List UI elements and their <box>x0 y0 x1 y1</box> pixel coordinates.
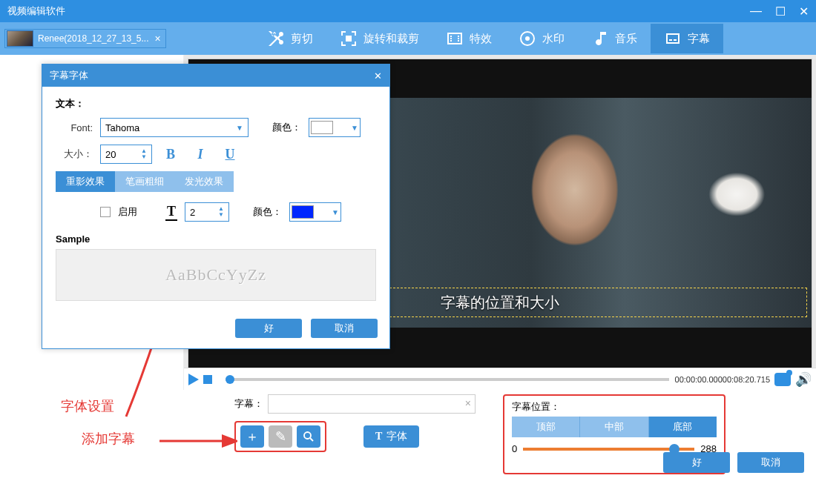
spinner-down-icon[interactable]: ▼ <box>141 154 147 160</box>
tab-cut[interactable]: 剪切 <box>254 24 326 53</box>
tab-subtitle[interactable]: 字幕 <box>651 24 723 53</box>
underline-button[interactable]: U <box>219 147 241 162</box>
edit-subtitle-button[interactable]: ✎ <box>269 425 292 448</box>
window-title: 视频编辑软件 <box>7 4 65 18</box>
clear-input-icon[interactable]: × <box>465 397 471 409</box>
bottom-controls: 字体设置 添加字幕 字幕： × ＋ ✎ <box>0 390 816 479</box>
dialog-close-icon[interactable]: ✕ <box>374 70 382 82</box>
subtitle-input-label: 字幕： <box>234 397 263 411</box>
italic-button[interactable]: I <box>189 147 211 162</box>
time-current: 00:00:00.000 <box>675 375 723 384</box>
file-thumb-icon <box>7 30 33 47</box>
effect-icon <box>446 30 464 47</box>
file-tab-label: Renee(2018_12_27_13_5... <box>38 33 148 44</box>
tab-cut-label: 剪切 <box>291 32 313 46</box>
watermark-icon <box>519 30 536 47</box>
tab-shadow[interactable]: 重影效果 <box>56 171 115 192</box>
ok-button[interactable]: 好 <box>663 452 730 473</box>
spinner-down-icon[interactable]: ▼ <box>218 212 224 218</box>
sample-text: AaBbCcYyZz <box>165 265 266 285</box>
size-label: 大小： <box>56 147 93 161</box>
dialog-title: 字幕字体 <box>50 69 88 82</box>
time-total: 00:08:20.715 <box>723 375 770 384</box>
font-combo[interactable]: Tahoma ▼ <box>100 118 249 137</box>
font-button-label: 字体 <box>386 430 407 443</box>
close-icon[interactable]: ✕ <box>799 4 809 19</box>
color-combo[interactable]: ▼ <box>309 118 361 137</box>
tab-rotate-label: 旋转和裁剪 <box>363 32 419 46</box>
text-section-label: 文本： <box>56 97 376 110</box>
annotation-arrow-2 <box>156 430 237 452</box>
font-button[interactable]: T 字体 <box>363 425 419 448</box>
font-t-icon: T <box>375 431 382 442</box>
enable-label: 启用 <box>118 205 137 219</box>
svg-point-2 <box>304 432 311 439</box>
color-swatch-white <box>311 121 333 134</box>
sample-preview: AaBbCcYyZz <box>56 249 376 301</box>
color-label: 颜色： <box>272 121 301 134</box>
tab-music-label: 音乐 <box>615 32 637 46</box>
sample-label: Sample <box>56 233 90 245</box>
bold-button[interactable]: B <box>159 147 182 162</box>
subtitle-input[interactable] <box>268 394 476 414</box>
position-bottom[interactable]: 底部 <box>649 417 717 437</box>
color2-combo[interactable]: ▼ <box>289 202 341 222</box>
position-min: 0 <box>512 443 517 454</box>
position-top[interactable]: 顶部 <box>512 417 579 437</box>
stop-icon[interactable] <box>203 375 212 384</box>
rotate-crop-icon <box>340 30 358 47</box>
stroke-spinner[interactable]: 2 ▲▼ <box>185 202 229 222</box>
font-dialog: 字幕字体 ✕ 文本： Font: Tahoma ▼ 颜色： ▼ 大小： 20 ▲… <box>42 64 390 349</box>
tab-watermark-label: 水印 <box>542 32 565 46</box>
maximize-icon[interactable]: ☐ <box>775 4 786 19</box>
svg-point-1 <box>525 36 530 41</box>
music-icon <box>591 30 609 47</box>
dialog-cancel-button[interactable]: 取消 <box>311 319 378 338</box>
position-label: 字幕位置： <box>512 400 717 414</box>
font-label: Font: <box>56 122 93 133</box>
tab-effect-label: 特效 <box>470 32 492 46</box>
color-swatch-blue <box>292 205 314 219</box>
tab-glow[interactable]: 发光效果 <box>174 171 234 192</box>
tab-music[interactable]: 音乐 <box>578 24 651 53</box>
search-icon <box>302 430 315 443</box>
annotation-add-subtitle: 添加字幕 <box>82 430 135 448</box>
annotation-font-setting: 字体设置 <box>61 397 114 415</box>
snapshot-icon[interactable] <box>774 373 791 386</box>
effect-tabs: 重影效果 笔画粗细 发光效果 <box>56 171 376 192</box>
dialog-titlebar[interactable]: 字幕字体 ✕ <box>42 64 389 87</box>
subtitle-icon <box>664 30 682 47</box>
subtitle-actions-box: ＋ ✎ <box>234 421 326 452</box>
tab-rotate[interactable]: 旋转和裁剪 <box>326 24 432 53</box>
chevron-down-icon: ▼ <box>332 208 339 216</box>
stroke-t-icon: T <box>165 204 177 221</box>
titlebar: 视频编辑软件 — ☐ ✕ <box>0 0 816 22</box>
search-subtitle-button[interactable] <box>297 425 320 448</box>
size-spinner[interactable]: 20 ▲▼ <box>100 145 152 164</box>
main-toolbar: Renee(2018_12_27_13_5... × 剪切 旋转和裁剪 特效 水… <box>0 22 816 55</box>
chevron-down-icon: ▼ <box>351 124 358 132</box>
subtitle-overlay-text: 字幕的位置和大小 <box>441 293 559 313</box>
file-tab[interactable]: Renee(2018_12_27_13_5... × <box>4 29 166 48</box>
position-slider[interactable] <box>523 448 694 451</box>
minimize-icon[interactable]: — <box>750 4 762 19</box>
font-combo-value: Tahoma <box>105 122 139 133</box>
scissors-icon <box>267 30 285 47</box>
chevron-down-icon: ▼ <box>236 124 243 132</box>
stroke-value: 2 <box>190 207 195 218</box>
position-segment: 顶部 中部 底部 <box>512 417 717 437</box>
add-subtitle-button[interactable]: ＋ <box>240 425 264 448</box>
enable-checkbox[interactable] <box>100 207 111 217</box>
dialog-ok-button[interactable]: 好 <box>235 319 302 338</box>
position-middle[interactable]: 中部 <box>579 417 648 437</box>
volume-icon[interactable]: 🔊 <box>795 371 812 388</box>
file-tab-close-icon[interactable]: × <box>154 33 160 44</box>
seek-track[interactable] <box>226 378 669 381</box>
tab-effect[interactable]: 特效 <box>432 24 505 53</box>
tab-stroke[interactable]: 笔画粗细 <box>115 171 174 192</box>
tab-watermark[interactable]: 水印 <box>505 24 578 53</box>
playback-bar: 00:00:00.000 00:08:20.715 🔊 <box>184 368 816 390</box>
tab-subtitle-label: 字幕 <box>688 32 710 46</box>
color2-label: 颜色： <box>253 205 282 219</box>
cancel-button[interactable]: 取消 <box>737 452 804 473</box>
